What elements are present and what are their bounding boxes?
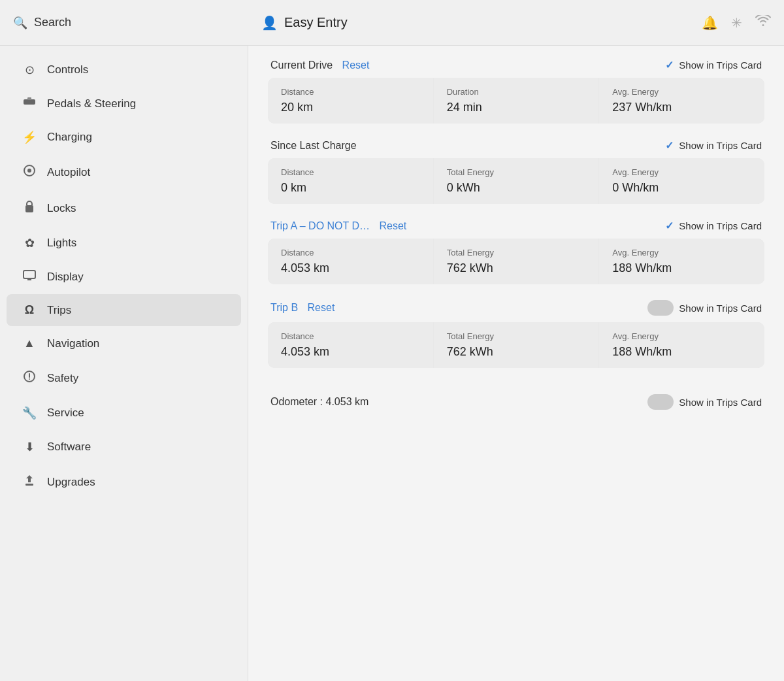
pedals-label: Pedals & Steering (47, 97, 136, 110)
svg-rect-10 (25, 484, 33, 486)
trip-a-total-energy-cell: Total Energy 762 kWh (434, 239, 599, 284)
charging-label: Charging (47, 131, 92, 144)
since-last-charge-avg-energy-value: 0 Wh/km (612, 181, 751, 195)
svg-rect-5 (24, 271, 35, 278)
sidebar-item-upgrades[interactable]: Upgrades (7, 465, 241, 499)
lights-icon: ✿ (22, 236, 37, 250)
software-label: Software (47, 440, 91, 454)
sidebar-item-locks[interactable]: Locks (7, 191, 241, 225)
sidebar-item-display[interactable]: Display (7, 261, 241, 293)
current-drive-trips-label: Show in Trips Card (679, 59, 762, 71)
since-last-charge-trips-label: Show in Trips Card (679, 140, 762, 151)
trip-a-reset[interactable]: Reset (379, 220, 406, 231)
sidebar-item-lights[interactable]: ✿ Lights (7, 227, 241, 259)
trip-a-card: Distance 4.053 km Total Energy 762 kWh A… (268, 239, 764, 284)
autopilot-label: Autopilot (47, 166, 90, 179)
current-drive-energy-value: 237 Wh/km (612, 101, 751, 114)
sidebar-item-controls[interactable]: ⊙ Controls (7, 54, 241, 86)
software-icon: ⬇ (22, 440, 37, 454)
trip-b-avg-energy-cell: Avg. Energy 188 Wh/km (599, 322, 764, 368)
trip-a-title[interactable]: Trip A – DO NOT D… (270, 220, 370, 231)
trip-b-distance-value: 4.053 km (281, 345, 420, 359)
controls-icon: ⊙ (22, 63, 37, 77)
trip-a-avg-energy-value: 188 Wh/km (612, 261, 751, 275)
since-last-charge-card: Distance 0 km Total Energy 0 kWh Avg. En… (268, 158, 764, 204)
sidebar-item-autopilot[interactable]: Autopilot (7, 155, 241, 190)
sidebar-item-charging[interactable]: ⚡ Charging (7, 121, 241, 154)
bell-icon[interactable]: 🔔 (702, 15, 718, 31)
since-last-charge-total-energy-label: Total Energy (447, 167, 586, 177)
autopilot-icon (22, 164, 37, 180)
upgrades-label: Upgrades (47, 476, 95, 489)
trip-b-total-energy-cell: Total Energy 762 kWh (434, 322, 599, 368)
odometer-text-container: Odometer : 4.053 km (270, 396, 368, 408)
current-drive-distance-label: Distance (281, 87, 420, 97)
current-drive-title: Current Drive (270, 59, 333, 71)
odometer-trips-label: Show in Trips Card (679, 397, 762, 408)
trip-b-trips-toggle[interactable]: Show in Trips Card (647, 300, 762, 316)
trip-b-avg-energy-value: 188 Wh/km (612, 345, 751, 359)
odometer-label: Odometer : (270, 396, 325, 407)
trip-b-distance-cell: Distance 4.053 km (268, 322, 433, 368)
trip-b-title[interactable]: Trip B (270, 302, 298, 313)
trip-a-header: Trip A – DO NOT D… Reset ✓ Show in Trips… (268, 220, 764, 232)
trip-b-toggle-off[interactable] (647, 300, 674, 316)
lights-label: Lights (47, 237, 76, 250)
current-drive-trips-toggle[interactable]: ✓ Show in Trips Card (665, 59, 762, 71)
trip-b-reset[interactable]: Reset (308, 302, 335, 313)
odometer-toggle-off[interactable] (647, 394, 674, 410)
current-drive-duration-cell: Duration 24 min (434, 78, 599, 124)
trip-a-total-energy-label: Total Energy (447, 248, 586, 257)
header: 🔍 Search 👤 Easy Entry 🔔 ✳ (0, 0, 784, 46)
locks-label: Locks (47, 202, 76, 215)
since-last-charge-distance-label: Distance (281, 167, 420, 177)
controls-label: Controls (47, 63, 88, 76)
current-drive-duration-label: Duration (447, 87, 586, 97)
trips-icon: Ω (22, 303, 37, 317)
trip-b-title-row: Trip B Reset (270, 302, 335, 314)
service-icon: 🔧 (22, 406, 37, 420)
svg-point-3 (27, 169, 31, 173)
charging-icon: ⚡ (22, 130, 37, 144)
header-left: 🔍 Search (13, 16, 261, 30)
since-last-charge-distance-value: 0 km (281, 181, 420, 195)
main-layout: ⊙ Controls Pedals & Steering ⚡ Charging (0, 46, 784, 681)
trip-a-trips-label: Show in Trips Card (679, 220, 762, 231)
locks-icon (22, 200, 37, 216)
trip-a-trips-toggle[interactable]: ✓ Show in Trips Card (665, 220, 762, 232)
person-icon: 👤 (261, 15, 278, 31)
trip-a-distance-cell: Distance 4.053 km (268, 239, 433, 284)
header-right: 🔔 ✳ (702, 15, 771, 31)
since-last-charge-title: Since Last Charge (270, 140, 357, 151)
svg-rect-1 (27, 97, 31, 100)
sidebar-item-service[interactable]: 🔧 Service (7, 397, 241, 429)
sidebar-item-pedals[interactable]: Pedals & Steering (7, 88, 241, 120)
since-last-charge-distance-cell: Distance 0 km (268, 158, 433, 204)
current-drive-section: Current Drive Reset ✓ Show in Trips Card… (268, 59, 764, 124)
trip-b-total-energy-label: Total Energy (447, 331, 586, 341)
bluetooth-icon[interactable]: ✳ (731, 15, 742, 31)
since-last-charge-trips-toggle[interactable]: ✓ Show in Trips Card (665, 139, 762, 152)
header-center: 👤 Easy Entry (261, 15, 702, 31)
pedals-icon (22, 97, 37, 110)
sidebar-item-navigation[interactable]: ▲ Navigation (7, 327, 241, 359)
current-drive-distance-cell: Distance 20 km (268, 78, 433, 124)
current-drive-checkmark: ✓ (665, 59, 674, 71)
sidebar-item-safety[interactable]: Safety (7, 361, 241, 395)
sidebar-item-software[interactable]: ⬇ Software (7, 431, 241, 463)
content-area: Current Drive Reset ✓ Show in Trips Card… (248, 46, 784, 681)
service-label: Service (47, 407, 84, 420)
wifi-icon[interactable] (755, 15, 771, 30)
trip-a-total-energy-value: 762 kWh (447, 261, 586, 275)
since-last-charge-checkmark: ✓ (665, 139, 674, 152)
current-drive-reset[interactable]: Reset (342, 59, 370, 71)
since-last-charge-avg-energy-label: Avg. Energy (612, 167, 751, 177)
trips-label: Trips (47, 304, 71, 317)
odometer-value: 4.053 km (325, 396, 368, 407)
odometer-trips-toggle[interactable]: Show in Trips Card (647, 394, 762, 410)
upgrades-icon (22, 474, 37, 490)
search-label[interactable]: Search (34, 16, 71, 29)
svg-rect-4 (25, 205, 33, 212)
since-last-charge-title-row: Since Last Charge (270, 140, 357, 152)
sidebar-item-trips[interactable]: Ω Trips (7, 294, 241, 326)
